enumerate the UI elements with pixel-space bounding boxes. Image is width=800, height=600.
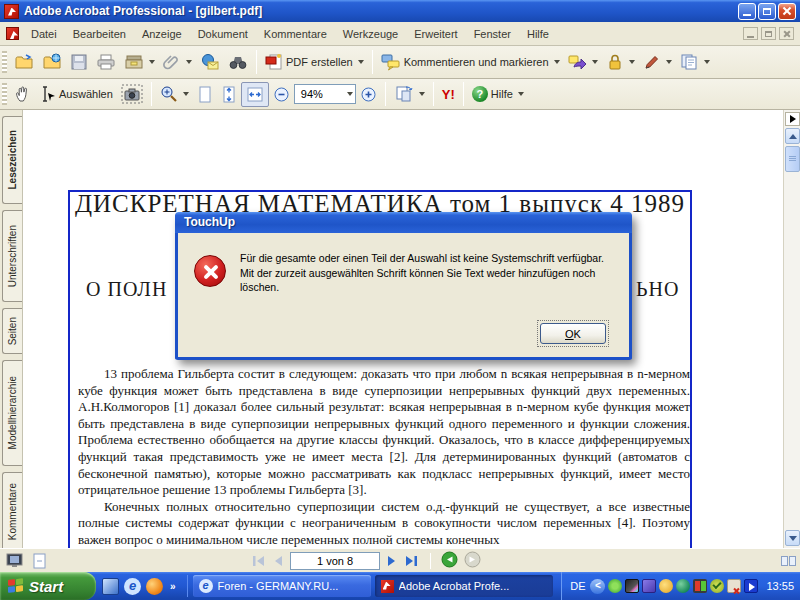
dropdown-arrow-icon [629, 60, 635, 64]
menu-anzeige[interactable]: Anzeige [134, 24, 190, 44]
messenger-icon[interactable] [659, 579, 673, 593]
menu-erweitert[interactable]: Erweitert [406, 24, 465, 44]
actual-size-button[interactable] [193, 83, 217, 106]
toolbar-grip[interactable] [2, 83, 7, 105]
tray-collapse-chevron[interactable]: < [590, 579, 605, 594]
tab-kommentare[interactable]: Kommentare [2, 472, 22, 552]
forms-button[interactable] [676, 51, 714, 73]
help-button[interactable]: ? Hilfe [468, 84, 528, 104]
taskbar-item-acrobat[interactable]: Adobe Acrobat Profe... [375, 575, 553, 597]
start-button[interactable]: Start [0, 572, 96, 600]
mdi-window-controls [743, 27, 794, 40]
create-pdf-button[interactable]: PDF erstellen [261, 51, 368, 73]
internet-explorer-icon[interactable]: e [124, 578, 141, 595]
ok-button[interactable]: OK [540, 323, 606, 344]
menu-datei[interactable]: Datei [23, 24, 65, 44]
fit-width-button[interactable] [241, 82, 269, 107]
minimize-button[interactable] [738, 3, 756, 20]
close-button[interactable] [778, 3, 796, 20]
network-traffic-icon[interactable] [693, 579, 707, 593]
select-tool-label: Auswählen [59, 88, 113, 100]
last-page-button[interactable] [404, 554, 420, 568]
mail-error-icon[interactable] [727, 579, 741, 593]
menu-werkzeuge[interactable]: Werkzeuge [335, 24, 406, 44]
previous-page-button[interactable] [272, 554, 284, 568]
desktop-icon[interactable] [102, 578, 119, 595]
restore-button[interactable] [758, 3, 776, 20]
screen-mode-icon[interactable] [6, 553, 23, 568]
dropdown-arrow-icon [592, 60, 598, 64]
firefox-icon[interactable] [146, 578, 163, 595]
task-label: Adobe Acrobat Profe... [399, 580, 510, 592]
pen-icon [643, 53, 661, 71]
menu-bar: Datei Bearbeiten Anzeige Dokument Kommen… [0, 22, 800, 46]
tab-label: Kommentare [7, 483, 18, 540]
attach-button[interactable] [159, 51, 196, 73]
pane-toggle-button[interactable] [785, 112, 800, 126]
dialog-title-bar[interactable]: TouchUp [175, 212, 632, 233]
taskbar-item-foren[interactable]: e Foren - GERMANY.RU... [193, 575, 371, 597]
vertical-scrollbar[interactable] [783, 110, 800, 548]
menu-fenster[interactable]: Fenster [466, 24, 519, 44]
next-view-button[interactable] [464, 551, 481, 570]
page-indicator-field[interactable]: 1 von 8 [290, 552, 380, 570]
save-button[interactable] [66, 51, 92, 73]
comment-markup-button[interactable]: Kommentieren und markieren [377, 51, 564, 73]
previous-view-button[interactable] [441, 551, 458, 570]
mdi-close-button[interactable] [779, 27, 794, 40]
print-button[interactable] [92, 51, 120, 73]
snapshot-button[interactable] [117, 82, 147, 106]
hand-tool-button[interactable] [10, 83, 36, 105]
toolbar-separator [433, 82, 434, 106]
dialog-body: Für die gesamte oder einen Teil der Ausw… [178, 233, 629, 357]
language-indicator[interactable]: DE [570, 580, 585, 592]
minimize-icon [743, 14, 751, 16]
toolbar-grip[interactable] [2, 51, 7, 73]
dropdown-arrow-icon [149, 60, 155, 64]
update-status-icon[interactable] [710, 579, 724, 593]
zoom-in-button[interactable] [356, 84, 381, 105]
page-display-button[interactable] [390, 83, 429, 105]
scroll-down-button[interactable] [785, 530, 800, 546]
email-button[interactable] [196, 51, 224, 73]
zoom-level-combobox[interactable]: 94% [294, 84, 356, 104]
globe-app-icon[interactable] [676, 579, 690, 593]
zoom-out-button[interactable] [269, 84, 294, 105]
secure-button[interactable] [602, 51, 639, 73]
search-button[interactable] [224, 51, 252, 73]
icq-clover-icon[interactable] [608, 579, 622, 593]
send-review-button[interactable] [564, 51, 602, 73]
taskbar-clock[interactable]: 13:55 [766, 580, 794, 592]
two-page-layout-icon[interactable] [781, 556, 796, 566]
organizer-icon [124, 53, 144, 71]
select-tool-button[interactable]: Auswählen [36, 83, 117, 105]
tab-modellhierarchie[interactable]: Modellhierarchie [2, 360, 22, 466]
toolbar-separator [372, 50, 373, 74]
menu-kommentare[interactable]: Kommentare [256, 24, 335, 44]
scrollbar-thumb[interactable] [785, 146, 800, 172]
zoom-tool-button[interactable] [156, 83, 193, 105]
overflow-chevron[interactable]: » [168, 581, 178, 592]
menu-bearbeiten[interactable]: Bearbeiten [65, 24, 134, 44]
scroll-up-button[interactable] [785, 128, 800, 144]
single-page-layout-icon[interactable] [33, 553, 46, 569]
mdi-minimize-button[interactable] [743, 27, 758, 40]
open-button[interactable] [10, 51, 38, 73]
organizer-button[interactable] [120, 51, 159, 73]
menu-hilfe[interactable]: Hilfe [519, 24, 557, 44]
sign-button[interactable] [639, 51, 676, 73]
network-monitor-icon[interactable] [642, 579, 656, 593]
next-page-button[interactable] [386, 554, 398, 568]
tab-lesezeichen[interactable]: Lesezeichen [2, 116, 22, 204]
tab-unterschriften[interactable]: Unterschriften [2, 210, 22, 302]
media-player-icon[interactable] [744, 579, 758, 593]
open-web-button[interactable] [38, 51, 66, 73]
first-page-button[interactable] [250, 554, 266, 568]
webcam-app-icon[interactable] [625, 579, 639, 593]
tab-seiten[interactable]: Seiten [2, 308, 22, 354]
yahoo-button[interactable]: Y! [438, 85, 459, 104]
menu-dokument[interactable]: Dokument [190, 24, 256, 44]
mdi-restore-button[interactable] [761, 27, 776, 40]
fit-page-button[interactable] [217, 83, 241, 106]
navigation-tab-strip: Lesezeichen Unterschriften Seiten Modell… [0, 110, 23, 548]
